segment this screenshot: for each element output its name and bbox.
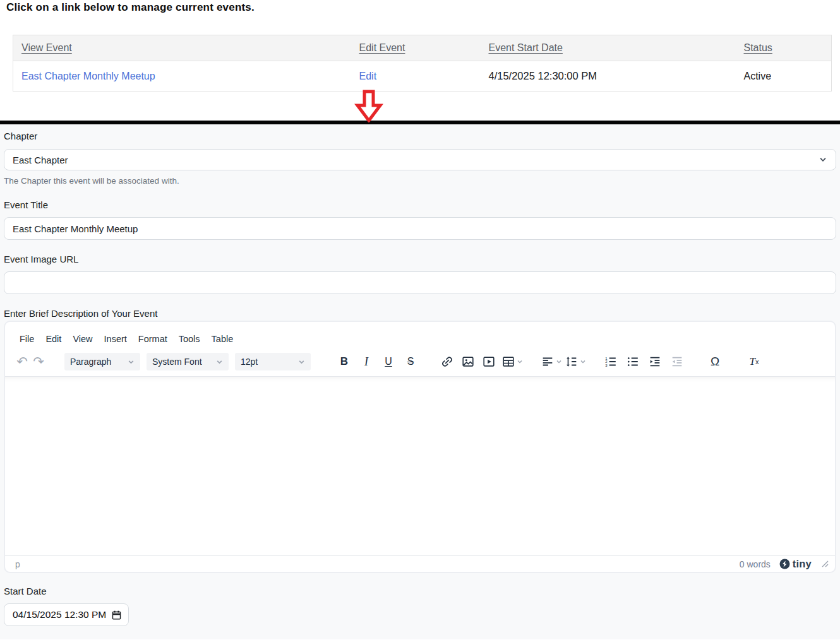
numbered-list-icon: 123 xyxy=(604,355,618,369)
line-height-icon xyxy=(565,355,579,369)
menu-format[interactable]: Format xyxy=(133,331,173,347)
menu-file[interactable]: File xyxy=(14,331,40,347)
chevron-down-icon xyxy=(819,155,827,164)
numbered-list-button[interactable]: 123 xyxy=(603,353,619,370)
events-table-wrap: View Event Edit Event Event Start Date S… xyxy=(13,35,832,92)
font-size-dropdown[interactable]: 12pt xyxy=(235,353,311,370)
increase-indent-button[interactable] xyxy=(647,353,663,370)
font-family-dropdown[interactable]: System Font xyxy=(147,353,229,370)
font-family-value: System Font xyxy=(152,357,202,367)
column-header-status[interactable]: Status xyxy=(744,42,772,53)
bullet-list-icon xyxy=(626,355,640,369)
event-status-value: Active xyxy=(736,61,832,92)
editor-menubar: File Edit View Insert Format Tools Table xyxy=(5,322,835,347)
menu-edit[interactable]: Edit xyxy=(40,331,67,347)
menu-insert[interactable]: Insert xyxy=(99,331,133,347)
paragraph-style-value: Paragraph xyxy=(70,357,111,367)
svg-text:3: 3 xyxy=(605,364,608,367)
editor-resize-handle[interactable] xyxy=(820,559,830,569)
insert-table-button[interactable] xyxy=(501,353,523,370)
align-dropdown-button[interactable] xyxy=(541,353,562,370)
media-icon xyxy=(482,355,496,369)
insert-link-button[interactable] xyxy=(439,353,455,370)
paragraph-style-dropdown[interactable]: Paragraph xyxy=(64,353,140,370)
editor-content-area[interactable] xyxy=(5,377,835,555)
word-count: 0 words xyxy=(740,559,771,569)
start-date-label: Start Date xyxy=(4,586,836,597)
redo-button[interactable]: ↷ xyxy=(30,353,47,370)
underline-button[interactable]: U xyxy=(380,353,397,370)
edit-event-link[interactable]: Edit xyxy=(359,71,377,81)
page-instruction: Click on a link below to manage current … xyxy=(0,0,840,14)
menu-table[interactable]: Table xyxy=(206,331,239,347)
image-icon xyxy=(461,355,475,369)
chevron-down-icon xyxy=(128,359,135,365)
tiny-logo-icon xyxy=(779,559,790,569)
events-table: View Event Edit Event Event Start Date S… xyxy=(13,35,832,92)
chevron-down-icon xyxy=(298,359,305,365)
editor-toolbar: ↶ ↷ Paragraph System Font 12pt B I xyxy=(5,347,835,377)
chevron-down-icon xyxy=(580,359,586,365)
tiny-branding-link[interactable]: tiny xyxy=(779,558,812,570)
clear-formatting-t: T xyxy=(750,355,755,368)
element-path[interactable]: p xyxy=(15,559,20,569)
red-down-arrow-annotation xyxy=(354,90,383,122)
insert-media-button[interactable] xyxy=(481,353,497,370)
column-header-event-start-date[interactable]: Event Start Date xyxy=(489,42,563,53)
resize-grip-icon xyxy=(822,560,829,567)
strikethrough-button[interactable]: S xyxy=(402,353,419,370)
event-title-label: Event Title xyxy=(4,199,836,211)
italic-button[interactable]: I xyxy=(358,353,375,370)
redo-icon: ↷ xyxy=(33,355,44,369)
decrease-indent-button[interactable] xyxy=(669,353,685,370)
column-header-edit-event[interactable]: Edit Event xyxy=(359,42,405,53)
align-left-icon xyxy=(541,355,555,369)
events-table-header-row: View Event Edit Event Event Start Date S… xyxy=(13,35,832,61)
menu-tools[interactable]: Tools xyxy=(173,331,206,347)
chevron-down-icon xyxy=(216,359,223,365)
font-size-value: 12pt xyxy=(241,357,258,367)
chevron-down-icon xyxy=(556,359,562,365)
undo-button[interactable]: ↶ xyxy=(14,353,30,370)
start-date-value: 04/15/2025 12:30 PM xyxy=(13,609,106,620)
chapter-select[interactable]: East Chapter xyxy=(4,149,836,170)
chevron-down-icon xyxy=(517,359,523,365)
clear-formatting-button[interactable]: Tx xyxy=(746,353,762,370)
events-list-section: Click on a link below to manage current … xyxy=(0,0,840,124)
chapter-select-value: East Chapter xyxy=(13,155,68,165)
table-icon xyxy=(501,355,515,369)
indent-icon xyxy=(648,355,662,369)
rich-text-editor: File Edit View Insert Format Tools Table… xyxy=(4,321,836,573)
bold-button[interactable]: B xyxy=(336,353,352,370)
table-row: East Chapter Monthly Meetup Edit 4/15/20… xyxy=(13,61,832,92)
link-icon xyxy=(440,355,454,369)
column-header-view-event[interactable]: View Event xyxy=(21,42,72,53)
insert-image-button[interactable] xyxy=(460,353,476,370)
line-height-dropdown-button[interactable] xyxy=(565,353,586,370)
event-edit-form: Chapter East Chapter The Chapter this ev… xyxy=(0,124,840,639)
outdent-icon xyxy=(670,355,684,369)
chapter-label: Chapter xyxy=(4,131,836,142)
bullet-list-button[interactable] xyxy=(625,353,641,370)
calendar-icon[interactable] xyxy=(111,610,122,620)
menu-view[interactable]: View xyxy=(67,331,98,347)
start-date-input[interactable]: 04/15/2025 12:30 PM xyxy=(4,603,129,626)
special-character-button[interactable]: Ω xyxy=(707,353,723,370)
event-image-url-label: Event Image URL xyxy=(4,254,836,265)
event-title-input[interactable] xyxy=(4,217,836,240)
event-image-url-input[interactable] xyxy=(4,271,836,294)
event-title-link[interactable]: East Chapter Monthly Meetup xyxy=(21,71,155,81)
editor-statusbar: p 0 words tiny xyxy=(5,555,835,572)
clear-formatting-x: x xyxy=(755,358,759,365)
tiny-brand-text: tiny xyxy=(793,558,812,570)
description-label: Enter Brief Description of Your Event xyxy=(4,308,836,319)
page: Click on a link below to manage current … xyxy=(0,0,840,640)
chapter-help-text: The Chapter this event will be associate… xyxy=(4,176,836,186)
event-start-date-value: 4/15/2025 12:30:00 PM xyxy=(481,61,736,92)
undo-icon: ↶ xyxy=(16,355,28,369)
